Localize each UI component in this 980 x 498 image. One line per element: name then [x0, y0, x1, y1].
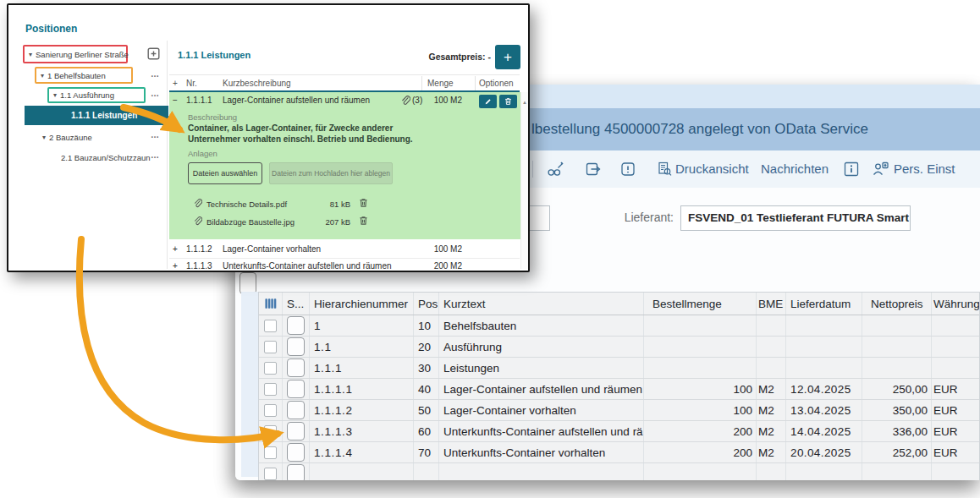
expander-icon[interactable]: ▾: [29, 51, 32, 58]
expander-icon[interactable]: ▾: [53, 91, 57, 99]
cell-waehrung: EUR: [932, 442, 979, 462]
tree-overflow-button[interactable]: …: [151, 110, 160, 119]
row-checkbox[interactable]: [264, 425, 277, 438]
cell-preis: 252,00: [862, 442, 932, 462]
col-header-kurztext[interactable]: Kurztext: [439, 293, 644, 315]
row-checkbox[interactable]: [264, 320, 277, 332]
toolbar-divider: [532, 161, 533, 178]
tree-overflow-button[interactable]: …: [151, 69, 160, 79]
expand-toggle[interactable]: +: [173, 244, 178, 254]
supplier-field[interactable]: FSVEND_01 Testlieferant FUTURA Smart 1: [680, 205, 911, 231]
add-item-icon[interactable]: [147, 47, 160, 60]
messages-icon[interactable]: [619, 160, 637, 178]
cell-menge: [644, 337, 757, 357]
collapse-toggle[interactable]: −: [173, 96, 178, 105]
file-dropzone[interactable]: Dateien zum Hochladen hier ablegen: [269, 162, 393, 184]
description-text-line2: Unternehmer vorhalten einschl. Betrieb u…: [188, 134, 413, 144]
row-checkbox[interactable]: [264, 446, 277, 459]
col-header-nettopreis[interactable]: Nettopreis: [862, 293, 932, 315]
tree-item-schutzzaun[interactable]: 2.1 Bauzaun/Schutzzaun: [61, 150, 151, 164]
cell-preis: [862, 315, 932, 336]
col-header-menge: Menge: [427, 79, 454, 88]
delete-button[interactable]: [499, 95, 517, 108]
detail-scrollbar[interactable]: ▲: [520, 92, 528, 269]
description-label: Beschreibung: [188, 112, 237, 122]
cell-hier: 1.1.1.1: [310, 379, 414, 399]
row-select-box[interactable]: [287, 358, 305, 377]
tree-item-bauzaeune[interactable]: ▾ 2 Bauzäune: [42, 130, 92, 144]
page-title: lbestellung 4500000728 angelegt von ODat…: [531, 121, 868, 138]
cell-pos: 70: [414, 442, 439, 462]
row-select-box[interactable]: [287, 401, 305, 419]
attachment-name: Bildabzüge Baustelle.jpg: [206, 217, 295, 227]
print-preview-icon[interactable]: [655, 160, 674, 178]
row-select-box[interactable]: [287, 464, 305, 480]
tree-overflow-button[interactable]: …: [151, 89, 160, 98]
col-header-waehrung[interactable]: Währung: [932, 293, 979, 315]
cell-datum: 12.04.2025: [786, 379, 862, 399]
row-description: Lager-Container aufstellen und räumen: [223, 96, 370, 105]
tree-item-behelfsbauten[interactable]: ▾ 1 Behelfsbauten: [35, 67, 133, 84]
cell-preis: [862, 337, 932, 357]
cell-kurztext: Unterkunfts-Container vorhalten: [439, 442, 644, 462]
col-header-bme[interactable]: BME: [757, 293, 786, 315]
table-row: 1.1.1.2 50 Lager-Container vorhalten 100…: [259, 400, 979, 421]
row-select-box[interactable]: [287, 337, 305, 356]
column-divider: [475, 76, 476, 90]
personalize-icon[interactable]: [872, 160, 890, 178]
select-all-icon[interactable]: [259, 293, 283, 315]
table-header-row: S... Hierarchienummer Pos Kurztext Beste…: [259, 293, 979, 315]
cell-datum: 14.04.2025: [786, 421, 862, 441]
col-header-pos[interactable]: Pos: [414, 293, 439, 315]
cell-menge: 200: [644, 421, 757, 441]
row-checkbox[interactable]: [264, 404, 277, 417]
cell-hier: [310, 463, 414, 480]
row-quantity: 100 M2: [406, 96, 462, 105]
attachment-size: 81 kB: [288, 200, 350, 209]
messages-button[interactable]: Nachrichten: [761, 161, 829, 176]
delete-attachment-icon[interactable]: [359, 216, 368, 226]
print-preview-button[interactable]: Druckansicht: [675, 161, 749, 176]
tree-overflow-button[interactable]: …: [151, 150, 160, 160]
scroll-up-icon[interactable]: ▲: [522, 100, 527, 105]
paperclip-icon: [193, 199, 202, 208]
col-header-bestellmenge[interactable]: Bestellmenge: [644, 293, 757, 315]
col-header-hierarchienummer[interactable]: Hierarchienummer: [310, 293, 414, 315]
display-change-icon[interactable]: [547, 160, 565, 178]
tree-item-sanierung[interactable]: ▾ Sanierung Berliner Straße: [23, 45, 128, 63]
row-select-box[interactable]: [287, 380, 305, 398]
attachment-size: 207 kB: [288, 217, 350, 227]
copy-document-icon[interactable]: [584, 160, 603, 178]
row-select-box[interactable]: [287, 316, 305, 335]
choose-files-button[interactable]: Dateien auswählen: [188, 162, 262, 184]
personalize-button[interactable]: Pers. Einst: [894, 161, 955, 176]
tree-item-ausfuehrung[interactable]: ▾ 1.1 Ausführung: [47, 87, 146, 103]
cell-preis: 250,00: [862, 379, 932, 399]
row-checkbox[interactable]: [264, 383, 277, 396]
cell-bme: M2: [757, 442, 786, 462]
expand-toggle[interactable]: +: [173, 261, 178, 271]
expander-icon[interactable]: ▾: [41, 72, 44, 79]
tree-overflow-button[interactable]: …: [151, 130, 160, 140]
row-quantity: 200 M2: [406, 261, 462, 271]
delete-attachment-icon[interactable]: [359, 198, 368, 208]
positionen-title: Positionen: [25, 23, 77, 35]
row-select-box[interactable]: [287, 422, 305, 441]
tree-item-leistungen-selected[interactable]: 1.1.1 Leistungen: [25, 106, 168, 125]
edit-button[interactable]: [479, 95, 497, 108]
row-checkbox[interactable]: [264, 468, 277, 480]
cell-hier: 1.1.1.2: [310, 400, 414, 420]
row-checkbox[interactable]: [264, 362, 277, 375]
cell-waehrung: [932, 463, 979, 480]
cell-waehrung: EUR: [932, 421, 979, 441]
header-divider: [169, 74, 520, 75]
col-header-s[interactable]: S...: [283, 293, 310, 315]
info-icon[interactable]: [842, 160, 861, 178]
row-checkbox[interactable]: [264, 341, 277, 353]
row-select-box[interactable]: [287, 443, 305, 462]
col-header-lieferdatum[interactable]: Lieferdatum: [786, 293, 862, 315]
cell-kurztext: Leistungen: [439, 358, 644, 378]
add-position-button[interactable]: +: [495, 45, 520, 69]
expander-icon[interactable]: ▾: [42, 134, 46, 141]
cell-pos: 20: [414, 337, 439, 357]
